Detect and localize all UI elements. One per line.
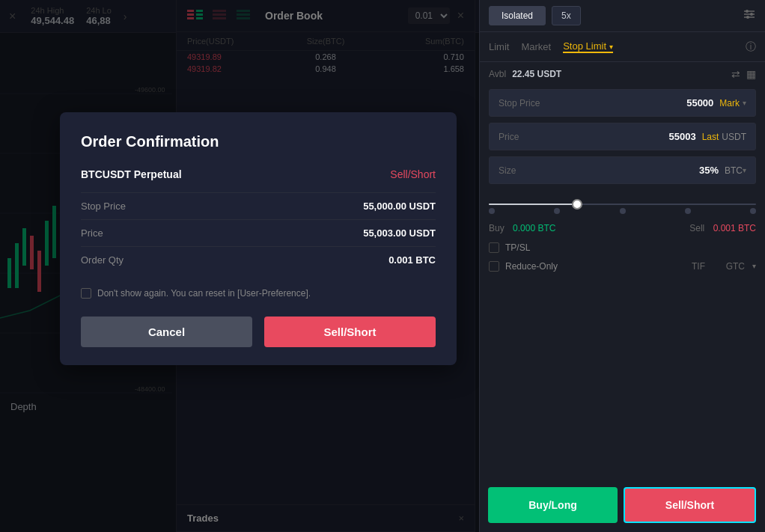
gtc-dropdown-icon[interactable]: ▾ bbox=[752, 262, 756, 270]
modal-buttons: Cancel Sell/Short bbox=[81, 317, 436, 347]
svg-point-49 bbox=[746, 10, 749, 13]
size-unit: BTC bbox=[725, 165, 743, 176]
tpsl-row: TP/SL bbox=[480, 238, 765, 257]
stop-price-dropdown-icon[interactable]: ▾ bbox=[743, 99, 746, 107]
modal-price-value: 55,003.00 USDT bbox=[363, 227, 436, 239]
modal-sell-button[interactable]: Sell/Short bbox=[264, 317, 436, 347]
avbl-icons: ⇄ ▦ bbox=[731, 68, 756, 80]
modal-stop-price-value: 55,000.00 USDT bbox=[363, 201, 436, 212]
buy-long-button[interactable]: Buy/Long bbox=[488, 487, 618, 523]
modal-qty-row: Order Qty 0.001 BTC bbox=[81, 246, 436, 273]
tab-stop-limit[interactable]: Stop Limit ▾ bbox=[563, 40, 612, 53]
info-icon[interactable]: ⓘ bbox=[746, 40, 756, 54]
slider-dot-50 bbox=[620, 208, 626, 214]
leverage-button[interactable]: 5x bbox=[552, 6, 581, 25]
sell-qty-value: 0.001 BTC bbox=[710, 223, 756, 233]
modal-symbol-row: BTCUSDT Perpetual Sell/Short bbox=[81, 168, 436, 180]
cancel-button[interactable]: Cancel bbox=[81, 317, 252, 347]
action-buttons: Buy/Long Sell/Short bbox=[479, 478, 765, 532]
size-pct: 35% bbox=[699, 165, 719, 176]
available-balance-row: Avbl 22.45 USDT ⇄ ▦ bbox=[480, 62, 765, 86]
slider-dots bbox=[489, 207, 756, 214]
settings-icon[interactable] bbox=[743, 7, 756, 24]
price-value: 55003 bbox=[668, 131, 695, 142]
svg-point-50 bbox=[750, 13, 753, 16]
stop-price-tag[interactable]: Mark bbox=[719, 98, 740, 108]
tif-label: TIF bbox=[692, 261, 705, 272]
modal-overlay: Order Confirmation BTCUSDT Perpetual Sel… bbox=[0, 0, 479, 532]
stop-price-value: 55000 bbox=[686, 97, 713, 108]
modal-stop-price-label: Stop Price bbox=[81, 201, 126, 212]
calculator-icon[interactable]: ▦ bbox=[746, 68, 756, 80]
isolated-button[interactable]: Isolated bbox=[489, 6, 546, 25]
modal-price-row: Price 55,003.00 USDT bbox=[81, 219, 436, 246]
price-tag[interactable]: Last bbox=[702, 132, 719, 142]
buy-sell-qty-row: Buy 0.000 BTC Sell 0.001 BTC bbox=[480, 218, 765, 238]
reduce-only-checkbox[interactable] bbox=[489, 261, 499, 272]
buy-qty-value: 0.000 BTC bbox=[510, 223, 556, 233]
size-label: Size bbox=[499, 165, 699, 176]
left-panel: × 24h High 49,544.48 24h Lo 46,88 › ⚙ bbox=[0, 0, 479, 532]
modal-price-label: Price bbox=[81, 227, 103, 239]
reduce-only-label: Reduce-Only bbox=[505, 261, 686, 272]
price-unit: USDT bbox=[722, 132, 746, 142]
tab-limit[interactable]: Limit bbox=[489, 38, 509, 55]
tab-market[interactable]: Market bbox=[521, 38, 551, 55]
tif-spacer bbox=[714, 260, 717, 272]
modal-side-label: Sell/Short bbox=[390, 168, 436, 180]
margin-mode-row: Isolated 5x bbox=[480, 0, 765, 32]
svg-point-51 bbox=[746, 16, 749, 19]
order-type-tabs: Limit Market Stop Limit ▾ ⓘ bbox=[480, 32, 765, 62]
dont-show-checkbox[interactable] bbox=[81, 288, 91, 299]
transfer-icon[interactable]: ⇄ bbox=[731, 68, 740, 80]
modal-checkbox-row: Don't show again. You can reset in [User… bbox=[81, 288, 436, 299]
price-field[interactable]: Price 55003 Last USDT bbox=[489, 123, 756, 150]
modal-qty-value: 0.001 BTC bbox=[388, 254, 436, 266]
stop-price-field[interactable]: Stop Price 55000 Mark ▾ bbox=[489, 89, 756, 117]
reduce-only-row: Reduce-Only TIF GTC ▾ bbox=[480, 257, 765, 275]
right-panel: Isolated 5x Limit Market Stop Limit ▾ ⓘ … bbox=[479, 0, 765, 532]
tpsl-label: TP/SL bbox=[505, 242, 530, 253]
tpsl-checkbox[interactable] bbox=[489, 242, 499, 253]
slider-fill bbox=[489, 204, 582, 205]
stop-limit-arrow-icon: ▾ bbox=[609, 43, 613, 51]
buy-label: Buy bbox=[489, 223, 505, 233]
slider-dot-25 bbox=[554, 208, 560, 214]
slider-dot-100 bbox=[750, 208, 756, 214]
size-slider[interactable] bbox=[489, 196, 756, 213]
slider-dot-75 bbox=[685, 208, 691, 214]
modal-qty-label: Order Qty bbox=[81, 254, 124, 266]
size-field[interactable]: Size 35% BTC ▾ bbox=[489, 156, 756, 184]
avbl-label: Avbl bbox=[489, 69, 506, 79]
modal-symbol-name: BTCUSDT Perpetual bbox=[81, 168, 182, 180]
sell-label: Sell bbox=[689, 223, 704, 233]
modal-title: Order Confirmation bbox=[81, 133, 436, 150]
order-confirmation-modal: Order Confirmation BTCUSDT Perpetual Sel… bbox=[60, 112, 457, 365]
stop-price-label: Stop Price bbox=[499, 98, 686, 108]
modal-stop-price-row: Stop Price 55,000.00 USDT bbox=[81, 192, 436, 219]
gtc-label[interactable]: GTC bbox=[726, 261, 745, 272]
size-dropdown-icon[interactable]: ▾ bbox=[743, 166, 746, 174]
slider-dot-0 bbox=[489, 208, 495, 214]
slider-track bbox=[489, 204, 756, 205]
avbl-value: 22.45 USDT bbox=[512, 69, 561, 79]
sell-short-button[interactable]: Sell/Short bbox=[624, 487, 756, 523]
price-label: Price bbox=[499, 132, 668, 142]
dont-show-label: Don't show again. You can reset in [User… bbox=[97, 288, 311, 299]
